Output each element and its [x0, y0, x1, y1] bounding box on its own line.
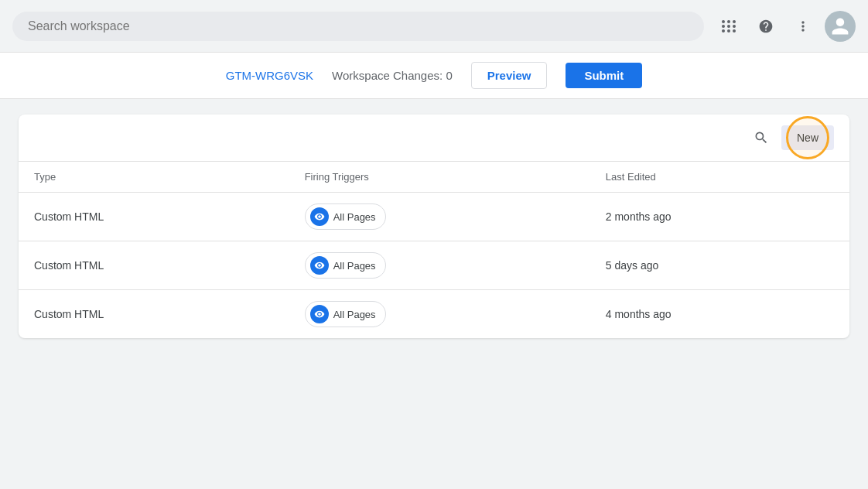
table-body: Custom HTML All Pages 2 months agoCustom… [19, 193, 849, 339]
top-bar-icons [713, 11, 856, 42]
table-header: Type Firing Triggers Last Edited [19, 162, 849, 193]
help-icon [758, 19, 774, 34]
main-content: New Type Firing Triggers Last Edited Cus… [0, 99, 868, 489]
preview-button[interactable]: Preview [471, 62, 548, 89]
new-button-wrapper: New [781, 125, 834, 150]
tags-table: Type Firing Triggers Last Edited Custom … [19, 162, 849, 338]
submit-button[interactable]: Submit [566, 63, 642, 88]
col-last-edited: Last Edited [590, 162, 849, 193]
cell-last-edited: 2 months ago [590, 193, 849, 241]
eye-icon [310, 207, 329, 226]
cell-last-edited: 4 months ago [590, 290, 849, 339]
search-input[interactable] [12, 12, 704, 41]
workspace-header: GTM-WRG6VSK Workspace Changes: 0 Preview… [0, 53, 868, 99]
cell-last-edited: 5 days ago [590, 241, 849, 290]
eye-icon [310, 305, 329, 323]
help-icon-button[interactable] [750, 11, 781, 42]
content-card: New Type Firing Triggers Last Edited Cus… [19, 115, 849, 338]
top-bar [0, 0, 868, 53]
trigger-badge[interactable]: All Pages [305, 203, 386, 230]
avatar-button[interactable] [825, 11, 856, 42]
table-row[interactable]: Custom HTML All Pages 5 days ago [19, 241, 849, 290]
gtm-id[interactable]: GTM-WRG6VSK [226, 69, 313, 82]
trigger-label: All Pages [333, 260, 376, 272]
trigger-label: All Pages [333, 309, 376, 320]
cell-type: Custom HTML [19, 193, 289, 241]
grid-icon-button[interactable] [713, 11, 744, 42]
eye-icon [310, 256, 329, 275]
col-firing-triggers: Firing Triggers [289, 162, 590, 193]
card-toolbar: New [19, 115, 849, 162]
trigger-badge[interactable]: All Pages [305, 252, 386, 279]
new-button[interactable]: New [781, 125, 834, 150]
trigger-badge[interactable]: All Pages [305, 301, 386, 327]
workspace-changes-label: Workspace Changes: 0 [332, 69, 453, 82]
cell-firing-triggers: All Pages [289, 193, 590, 241]
table-row[interactable]: Custom HTML All Pages 4 months ago [19, 290, 849, 339]
cell-type: Custom HTML [19, 241, 289, 290]
table-search-button[interactable] [747, 124, 775, 152]
more-options-button[interactable] [788, 11, 818, 42]
grid-icon [720, 19, 738, 34]
trigger-label: All Pages [333, 211, 376, 223]
search-icon [754, 130, 769, 145]
cell-firing-triggers: All Pages [289, 241, 590, 290]
avatar-icon [830, 16, 850, 36]
table-row[interactable]: Custom HTML All Pages 2 months ago [19, 193, 849, 241]
col-type: Type [19, 162, 289, 193]
cell-type: Custom HTML [19, 290, 289, 339]
more-icon [795, 19, 811, 34]
cell-firing-triggers: All Pages [289, 290, 590, 339]
